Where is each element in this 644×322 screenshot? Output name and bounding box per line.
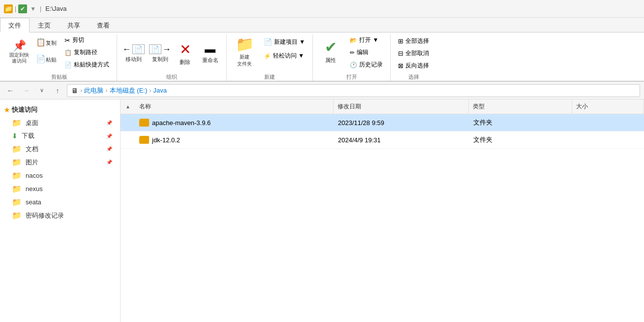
up-button[interactable]: ↑ xyxy=(51,84,64,97)
ribbon: 📌 固定到快速访问 📋 复制 📄 粘贴 ✂ 剪切 xyxy=(0,32,644,82)
sidebar-item-documents[interactable]: 📁 文档 📌 xyxy=(0,142,120,156)
tab-share[interactable]: 共享 xyxy=(59,18,89,32)
history-label: 历史记录 xyxy=(359,61,383,69)
path-local-disk[interactable]: 本地磁盘 (E:) xyxy=(110,86,148,95)
history-button[interactable]: 🕐 历史记录 xyxy=(346,59,386,70)
path-this-pc[interactable]: 此电脑 xyxy=(84,86,103,95)
properties-button[interactable]: ✔ 属性 xyxy=(317,34,344,68)
file-name-cell: apache-maven-3.9.6 xyxy=(135,115,334,130)
quick-access-section: ★ 快速访问 📁 桌面 📌 ⬇ 下载 📌 📁 文档 📌 📁 图片 � xyxy=(0,103,120,222)
file-name-maven: apache-maven-3.9.6 xyxy=(152,119,211,127)
move-to-button[interactable]: ←📄 移动到 xyxy=(121,37,146,70)
folder-icon-desktop: 📁 xyxy=(12,118,22,128)
file-date-maven: 2023/11/28 9:59 xyxy=(334,115,469,130)
edit-button[interactable]: ✏ 编辑 xyxy=(346,47,386,58)
folder-icon-pictures: 📁 xyxy=(12,158,22,167)
move-to-icon: ←📄 xyxy=(123,44,145,55)
new-folder-icon: 📁 xyxy=(236,35,254,53)
paste-button[interactable]: 📄 粘贴 xyxy=(33,51,59,67)
col-header-date[interactable]: 修改日期 xyxy=(334,99,469,114)
ribbon-group-organize-content: ←📄 移动到 📄→ 复制到 ✕ 删除 ▬ 重命名 xyxy=(121,34,222,72)
copy-to-label: 复制到 xyxy=(152,56,168,63)
sidebar-item-pictures[interactable]: 📁 图片 📌 xyxy=(0,156,120,169)
open-button[interactable]: 📂 打开 ▼ xyxy=(346,34,386,46)
copy-to-button[interactable]: 📄→ 复制到 xyxy=(148,37,172,70)
copy-button[interactable]: 📋 复制 xyxy=(33,34,59,50)
file-list-header: ▲ 名称 修改日期 类型 大小 xyxy=(121,99,644,114)
easy-access-label: 轻松访问 ▼ xyxy=(273,52,304,60)
sidebar-item-nexus[interactable]: 📁 nexus xyxy=(0,182,120,195)
copy-label: 复制 xyxy=(46,39,57,47)
folder-icon-password: 📁 xyxy=(12,211,22,220)
sort-arrow-icon: ▲ xyxy=(125,104,130,109)
tab-home[interactable]: 主页 xyxy=(30,18,59,32)
copy-path-icon: 📋 xyxy=(64,49,72,56)
seata-label: seata xyxy=(26,198,41,206)
ribbon-group-organize: ←📄 移动到 📄→ 复制到 ✕ 删除 ▬ 重命名 xyxy=(117,34,227,81)
path-java[interactable]: Java xyxy=(153,87,167,94)
select-all-button[interactable]: ⊞ 全部选择 xyxy=(395,35,432,47)
ribbon-group-select-content: ⊞ 全部选择 ⊟ 全部取消 ⊠ 反向选择 xyxy=(395,34,432,72)
new-folder-label: 新建文件夹 xyxy=(237,54,252,67)
pin-icon: 📌 xyxy=(13,40,26,51)
copy-path-button[interactable]: 📋 复制路径 xyxy=(61,47,113,58)
edit-icon: ✏ xyxy=(350,49,355,56)
invert-select-button[interactable]: ⊠ 反向选择 xyxy=(395,60,432,71)
documents-label: 文档 xyxy=(26,145,38,154)
check-icon: ✔ xyxy=(18,4,27,13)
new-item-label: 新建项目 ▼ xyxy=(274,38,305,46)
recent-button[interactable]: ∨ xyxy=(35,84,48,97)
new-folder-button[interactable]: 📁 新建文件夹 xyxy=(231,34,258,68)
address-path[interactable]: 🖥 › 此电脑 › 本地磁盘 (E:) › Java xyxy=(67,84,640,97)
edit-label: 编辑 xyxy=(357,48,368,57)
cut-button[interactable]: ✂ 剪切 xyxy=(61,34,113,46)
main-area: ★ 快速访问 📁 桌面 📌 ⬇ 下载 📌 📁 文档 📌 📁 图片 � xyxy=(0,99,644,322)
col-type-label: 类型 xyxy=(473,102,485,111)
password-record-label: 密码修改记录 xyxy=(26,211,64,220)
delete-button[interactable]: ✕ 删除 xyxy=(174,37,196,70)
select-none-icon: ⊟ xyxy=(398,50,403,57)
folder-icon: 📁 xyxy=(4,4,13,13)
ribbon-group-clipboard: 📌 固定到快速访问 📋 复制 📄 粘贴 ✂ 剪切 xyxy=(2,34,117,81)
sidebar-item-nacos[interactable]: 📁 nacos xyxy=(0,169,120,182)
easy-access-icon: ⚡ xyxy=(264,53,271,60)
paste-shortcut-button[interactable]: 📄 粘贴快捷方式 xyxy=(61,59,113,70)
rename-label: 重命名 xyxy=(202,57,218,64)
col-header-size[interactable]: 大小 xyxy=(572,99,644,114)
folder-icon-documents: 📁 xyxy=(12,144,22,154)
path-separator-3: › xyxy=(149,87,151,94)
file-size-jdk xyxy=(573,136,644,144)
download-icon: ⬇ xyxy=(12,132,18,140)
forward-button[interactable]: → xyxy=(20,84,32,97)
path-separator-1: › xyxy=(80,87,82,94)
nacos-label: nacos xyxy=(26,172,43,179)
col-header-name[interactable]: 名称 xyxy=(135,99,334,114)
col-header-type[interactable]: 类型 xyxy=(469,99,572,114)
rename-button[interactable]: ▬ 重命名 xyxy=(198,37,222,70)
new-item-button[interactable]: 📄 新建项目 ▼ xyxy=(260,34,308,49)
path-separator-2: › xyxy=(105,87,107,94)
ribbon-group-open-content: ✔ 属性 📂 打开 ▼ ✏ 编辑 🕐 历史记录 xyxy=(317,34,386,72)
sidebar-item-downloads[interactable]: ⬇ 下载 📌 xyxy=(0,129,120,142)
open-label: 打开 ▼ xyxy=(359,36,378,44)
tab-view[interactable]: 查看 xyxy=(89,18,118,32)
back-button[interactable]: ← xyxy=(4,84,17,97)
table-row[interactable]: apache-maven-3.9.6 2023/11/28 9:59 文件夹 xyxy=(121,114,644,131)
folder-icon-nacos: 📁 xyxy=(12,171,22,180)
easy-access-button[interactable]: ⚡ 轻松访问 ▼ xyxy=(260,50,308,62)
copy-path-label: 复制路径 xyxy=(74,48,97,57)
pin-to-quick-button[interactable]: 📌 固定到快速访问 xyxy=(6,34,32,70)
ribbon-group-clipboard-content: 📌 固定到快速访问 📋 复制 📄 粘贴 ✂ 剪切 xyxy=(6,34,113,72)
sidebar: ★ 快速访问 📁 桌面 📌 ⬇ 下载 📌 📁 文档 📌 📁 图片 � xyxy=(0,99,121,322)
select-all-icon: ⊞ xyxy=(398,37,403,45)
tab-file[interactable]: 文件 xyxy=(0,18,30,32)
sidebar-item-desktop[interactable]: 📁 桌面 📌 xyxy=(0,116,120,129)
delete-icon: ✕ xyxy=(180,41,191,58)
table-row[interactable]: jdk-12.0.2 2024/4/9 19:31 文件夹 xyxy=(121,131,644,149)
quick-access-header[interactable]: ★ 快速访问 xyxy=(0,103,120,116)
select-none-button[interactable]: ⊟ 全部取消 xyxy=(395,48,432,59)
sidebar-item-password-record[interactable]: 📁 密码修改记录 xyxy=(0,209,120,222)
rename-icon: ▬ xyxy=(205,43,215,56)
sidebar-item-seata[interactable]: 📁 seata xyxy=(0,195,120,209)
file-date-jdk: 2024/4/9 19:31 xyxy=(334,132,469,148)
